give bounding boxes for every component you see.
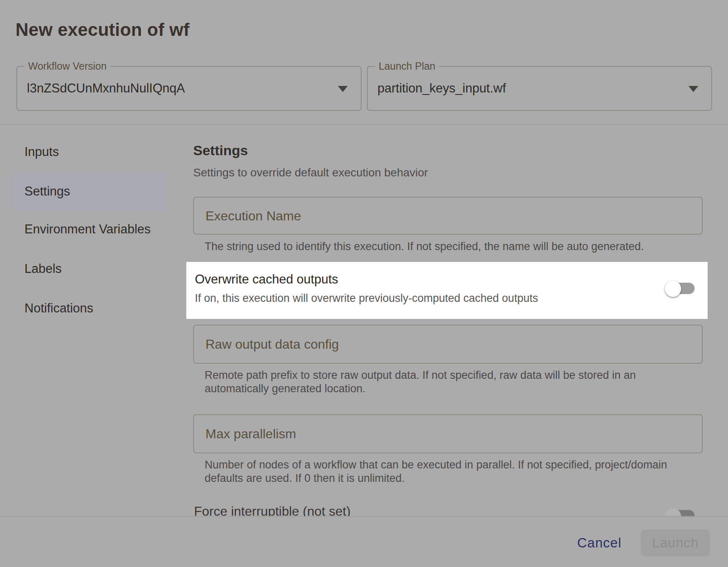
- dialog-title: New execution of wf: [15, 20, 190, 40]
- toggle-track: [666, 283, 695, 294]
- sidebar-item-environment-variables[interactable]: Environment Variables: [11, 210, 166, 248]
- chevron-down-icon: [688, 86, 698, 92]
- force-interruptible-row: Force interruptible (not set): [186, 503, 708, 516]
- max-parallelism-helper-line-2: defaults are used. If 0 then it is unlim…: [205, 472, 405, 485]
- execution-name-field[interactable]: Execution Name: [193, 197, 703, 235]
- footer-divider: [0, 516, 728, 517]
- sidebar-item-label: Notifications: [24, 301, 93, 316]
- force-interruptible-label: Force interruptible (not set): [194, 504, 351, 516]
- raw-output-helper-line-1: Remote path prefix to store raw output d…: [205, 369, 636, 382]
- raw-output-data-config-label: Raw output data config: [205, 337, 339, 352]
- sidebar-item-label: Environment Variables: [24, 222, 151, 237]
- workflow-version-select[interactable]: Workflow Version l3nZSdCUnMxnhuNulIQnqA: [16, 66, 362, 111]
- max-parallelism-helper-line-1: Number of nodes of a workflow that can b…: [205, 459, 667, 471]
- sidebar-item-inputs[interactable]: Inputs: [11, 133, 166, 171]
- overwrite-cached-outputs-toggle[interactable]: [186, 262, 708, 319]
- max-parallelism-label: Max parallelism: [205, 426, 296, 442]
- workflow-version-value: l3nZSdCUnMxnhuNulIQnqA: [27, 81, 185, 96]
- overwrite-cached-outputs-label: Overwrite cached outputs: [195, 272, 338, 287]
- toggle-track: [666, 510, 695, 516]
- sidebar-item-label: Labels: [24, 262, 62, 276]
- sidebar-item-label: Settings: [24, 184, 70, 199]
- launch-button[interactable]: Launch: [641, 530, 710, 556]
- settings-section-subheading: Settings to override default execution b…: [193, 166, 428, 179]
- chevron-down-icon: [338, 86, 348, 92]
- raw-output-helper-line-2: automatically generated location.: [205, 382, 366, 395]
- launch-plan-value: partition_keys_input.wf: [377, 81, 506, 96]
- raw-output-data-config-field[interactable]: Raw output data config: [193, 325, 703, 364]
- settings-section-heading: Settings: [193, 143, 248, 158]
- toggle-knob: [665, 281, 681, 297]
- sidebar-item-settings[interactable]: Settings: [11, 172, 166, 211]
- sidebar-item-labels[interactable]: Labels: [11, 250, 166, 288]
- toggle-knob: [665, 508, 681, 516]
- launch-plan-select[interactable]: Launch Plan partition_keys_input.wf: [367, 66, 712, 111]
- workflow-version-label: Workflow Version: [24, 60, 110, 72]
- new-execution-dialog: New execution of wf Workflow Version l3n…: [0, 0, 728, 567]
- header-divider: [0, 124, 728, 125]
- overwrite-cached-outputs-row: Overwrite cached outputs If on, this exe…: [186, 262, 708, 319]
- execution-name-helper-text: The string used to identify this executi…: [205, 240, 644, 253]
- sidebar-item-notifications[interactable]: Notifications: [11, 289, 166, 327]
- max-parallelism-field[interactable]: Max parallelism: [193, 414, 703, 453]
- overwrite-cached-outputs-helper-text: If on, this execution will overwrite pre…: [195, 292, 538, 305]
- sidebar-item-label: Inputs: [24, 145, 59, 159]
- execution-name-label: Execution Name: [205, 208, 301, 223]
- cancel-button[interactable]: Cancel: [577, 535, 622, 551]
- launch-plan-label: Launch Plan: [375, 60, 439, 72]
